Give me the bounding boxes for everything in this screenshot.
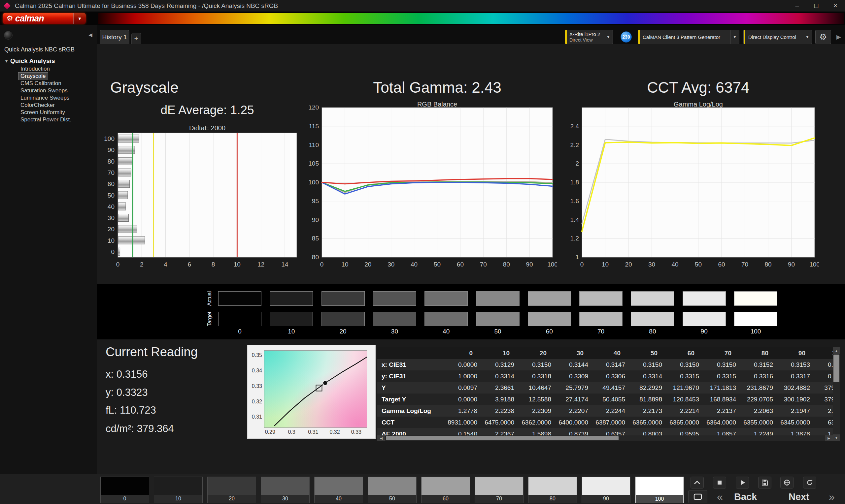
- svg-text:0: 0: [111, 248, 115, 255]
- table-vertical-scrollbar[interactable]: ▲ ▼: [833, 347, 840, 441]
- target-swatch-40: [424, 312, 468, 326]
- svg-text:30: 30: [648, 261, 655, 268]
- stop-button[interactable]: [713, 476, 726, 488]
- column-header-30: 30: [555, 349, 592, 357]
- rgb-balance-chart: 0102030405060708090100808590951001051101…: [305, 106, 557, 270]
- cie-overlay: [264, 350, 367, 428]
- grayscale-patch-60[interactable]: 60: [421, 476, 470, 503]
- pattern-generator-dropdown[interactable]: CalMAN Client 3 Pattern Generator ▼: [638, 30, 739, 44]
- svg-text:95: 95: [312, 198, 319, 204]
- grayscale-patch-50[interactable]: 50: [368, 476, 417, 503]
- logo-gear-icon: ⚙: [6, 14, 13, 23]
- pattern-window-button[interactable]: [688, 490, 707, 503]
- skip-forward-button[interactable]: »: [829, 491, 835, 502]
- calman-logo-button[interactable]: ⚙ calman ▼: [3, 13, 86, 24]
- swatch-column-label: 70: [579, 328, 622, 335]
- actual-swatch-90: [683, 291, 726, 306]
- gamma-loglog-chart: 010203040506070809010011.21.41.61.822.22…: [565, 106, 819, 270]
- refresh-button[interactable]: [803, 476, 816, 488]
- maximize-icon: □: [814, 2, 818, 10]
- svg-text:50: 50: [108, 192, 115, 199]
- swatch-column-label: 100: [734, 328, 777, 335]
- network-button[interactable]: [780, 476, 793, 488]
- sidebar-item-saturation-sweeps[interactable]: Saturation Sweeps: [18, 87, 70, 94]
- svg-text:1.8: 1.8: [570, 179, 579, 186]
- svg-text:2.4: 2.4: [570, 123, 579, 130]
- play-icon: [739, 479, 746, 486]
- sidebar-item-grayscale[interactable]: Grayscale: [18, 73, 48, 80]
- sidebar-item-luminance-sweeps[interactable]: Luminance Sweeps: [18, 94, 71, 102]
- app-icon: [4, 2, 11, 9]
- window-controls: – □ ×: [788, 0, 845, 12]
- current-reading-title: Current Reading: [106, 345, 198, 359]
- logo-menu-caret[interactable]: ▼: [73, 13, 86, 24]
- home-orb-button[interactable]: [4, 31, 13, 40]
- horizontal-scroll-thumb[interactable]: [386, 436, 619, 440]
- scroll-up-button[interactable]: ▲: [833, 347, 840, 354]
- tree-root-quick-analysis[interactable]: ▾ Quick Analysis: [0, 57, 97, 65]
- skip-back-button[interactable]: «: [717, 491, 723, 502]
- scroll-right-button[interactable]: ▶: [825, 435, 833, 441]
- maximize-button[interactable]: □: [807, 0, 826, 12]
- gear-icon: ⚙: [819, 32, 827, 42]
- svg-text:10: 10: [234, 261, 241, 268]
- collapse-up-button[interactable]: [690, 476, 704, 488]
- grayscale-patch-40[interactable]: 40: [314, 476, 363, 503]
- grayscale-patch-90[interactable]: 90: [582, 476, 631, 503]
- sidebar-item-introduction[interactable]: Introduction: [18, 65, 52, 73]
- close-button[interactable]: ×: [826, 0, 845, 12]
- globe-icon: [783, 479, 791, 486]
- close-icon: ×: [833, 2, 838, 10]
- svg-text:60: 60: [457, 261, 464, 268]
- grayscale-patch-30[interactable]: 30: [261, 476, 310, 503]
- scroll-left-button[interactable]: ◀: [377, 435, 385, 441]
- titlebar: Calman 2025 Calman Ultimate for Business…: [0, 0, 845, 12]
- svg-text:80: 80: [764, 261, 771, 268]
- actual-swatch-20: [321, 291, 365, 306]
- disc-icon: [761, 479, 769, 486]
- display-control-dropdown[interactable]: Direct Display Control ▼: [743, 30, 812, 44]
- scroll-down-button[interactable]: ▼: [833, 434, 840, 441]
- add-tab-button[interactable]: +: [131, 33, 141, 44]
- next-button[interactable]: Next: [789, 491, 809, 502]
- grayscale-patch-0[interactable]: 0: [100, 476, 149, 503]
- minimize-button[interactable]: –: [788, 0, 807, 12]
- svg-text:40: 40: [671, 261, 678, 268]
- sidebar-item-colorchecker[interactable]: ColorChecker: [18, 102, 57, 109]
- column-header-0: 0: [444, 349, 481, 357]
- sidebar-item-screen-uniformity[interactable]: Screen Uniformity: [18, 109, 67, 116]
- table-row-y: Y0.00972.366110.464725.797949.415782.292…: [377, 382, 833, 394]
- play-button[interactable]: [736, 476, 749, 488]
- actual-swatch-10: [270, 291, 313, 306]
- swatch-column-label: 80: [631, 328, 674, 335]
- plus-icon: +: [134, 34, 139, 43]
- reading-cdm2: cd/m²: 379.364: [106, 423, 174, 435]
- stop-icon: [716, 479, 723, 486]
- swatch-column-label: 20: [321, 328, 365, 335]
- vertical-scroll-thumb[interactable]: [833, 355, 839, 382]
- svg-text:60: 60: [108, 180, 115, 187]
- grayscale-patch-70[interactable]: 70: [475, 476, 524, 503]
- table-row-x-cie31: x: CIE310.00000.31290.31500.31440.31470.…: [377, 359, 833, 371]
- grayscale-patch-100[interactable]: 100: [635, 476, 684, 503]
- sidebar-collapse-button[interactable]: ◀: [87, 31, 94, 39]
- meter-dropdown[interactable]: X-Rite i1Pro 2 Direct View ▼: [565, 30, 613, 44]
- grayscale-patch-80[interactable]: 80: [528, 476, 577, 503]
- svg-text:100: 100: [308, 179, 319, 186]
- logo-row: ⚙ calman ▼: [0, 12, 845, 25]
- save-button[interactable]: [758, 476, 771, 488]
- sidebar-item-cms-calibration[interactable]: CMS Calibration: [18, 80, 64, 87]
- svg-text:0: 0: [116, 261, 120, 268]
- grayscale-patch-10[interactable]: 10: [154, 476, 203, 503]
- svg-text:50: 50: [695, 261, 702, 268]
- back-button[interactable]: Back: [734, 491, 757, 502]
- column-header-80: 80: [740, 349, 777, 357]
- tab-history-1[interactable]: History 1: [100, 30, 129, 44]
- grayscale-patch-20[interactable]: 20: [207, 476, 256, 503]
- table-horizontal-scrollbar[interactable]: ◀ ▶: [377, 435, 833, 441]
- settings-button[interactable]: ⚙: [815, 30, 831, 44]
- sidebar-item-spectral-power-dist[interactable]: Spectral Power Dist.: [18, 116, 73, 123]
- panel-expand-arrow[interactable]: ▶: [837, 33, 841, 40]
- svg-text:90: 90: [526, 261, 533, 268]
- swatch-labels-row: 0102030405060708090100: [97, 328, 845, 337]
